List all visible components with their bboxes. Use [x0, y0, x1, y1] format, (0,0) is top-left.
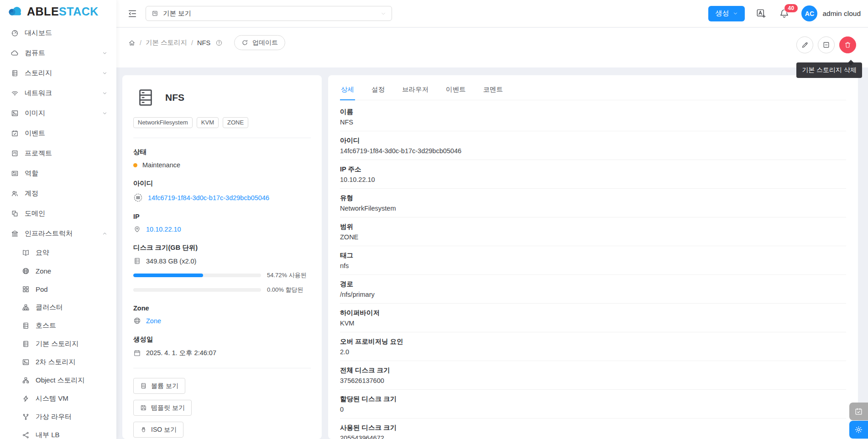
sidebar-item-zone[interactable]: Zone	[0, 262, 116, 280]
chevron-down-icon	[733, 11, 738, 16]
globe-icon	[22, 267, 30, 275]
zone-link[interactable]: Zone	[146, 317, 161, 325]
sidebar-item-virtual-router[interactable]: 가상 라우터	[0, 408, 116, 426]
sidebar-item-object-storage[interactable]: Object 스토리지	[0, 371, 116, 389]
settings-float-button[interactable]	[849, 421, 868, 439]
detail-row-disk-used: 사용된 디스크 크기 205543964672	[340, 418, 846, 439]
sidebar-item-images[interactable]: 이미지	[0, 103, 116, 123]
user-avatar[interactable]: AC	[801, 5, 817, 21]
resource-summary-card: NFS NetworkFilesystem KVM ZONE 상태 Mainte…	[122, 75, 322, 439]
resource-tags: NetworkFilesystem KVM ZONE	[133, 117, 311, 128]
delete-button[interactable]	[839, 36, 856, 53]
detail-value: 2.0	[340, 347, 846, 356]
detail-row-name: 이름 NFS	[340, 103, 846, 131]
sidebar-item-label: 기본 스토리지	[36, 340, 107, 348]
top-header: 기본 보기 생성 40 AC admin cloud	[116, 0, 868, 27]
globe-icon	[133, 317, 141, 325]
database-icon	[11, 69, 19, 77]
ip-link[interactable]: 10.10.22.10	[146, 226, 181, 233]
sidebar-item-label: 시스템 VM	[36, 394, 107, 403]
zone-label: Zone	[133, 305, 311, 312]
tag-hypervisor: KVM	[197, 117, 219, 128]
sidebar-item-network[interactable]: 네트워크	[0, 83, 116, 103]
refresh-button[interactable]: 업데이트	[234, 35, 285, 50]
resource-title: NFS	[165, 92, 184, 103]
book-icon	[22, 249, 30, 257]
resource-id-link[interactable]: 14fc6719-1f84-3d0c-b17c-3d29bcb05046	[148, 194, 269, 201]
sidebar-item-system-vm[interactable]: 시스템 VM	[0, 389, 116, 408]
breadcrumb-separator: /	[191, 39, 193, 46]
project-view-select[interactable]: 기본 보기	[146, 6, 392, 21]
chevron-down-icon	[381, 11, 386, 16]
dashboard-icon	[11, 29, 19, 37]
detail-row-ip: IP 주소 10.10.22.10	[340, 160, 846, 189]
sidebar-item-host[interactable]: 호스트	[0, 316, 116, 335]
notification-bell-icon[interactable]: 40	[779, 8, 790, 19]
sidebar-item-secondary-storage[interactable]: 2차 스토리지	[0, 353, 116, 371]
sidebar-item-storage[interactable]: 스토리지	[0, 63, 116, 83]
refresh-button-label: 업데이트	[252, 39, 278, 47]
brand-logo[interactable]: ABLESTACK	[0, 0, 116, 23]
idcard-icon	[11, 170, 19, 177]
sidebar-item-internal-lb[interactable]: 내부 LB	[0, 426, 116, 439]
floating-buttons	[849, 403, 868, 439]
create-button[interactable]: 생성	[708, 6, 745, 21]
event-log-float-button[interactable]	[849, 403, 868, 420]
sidebar-item-events[interactable]: 이벤트	[0, 123, 116, 143]
view-volumes-button[interactable]: 볼륨 보기	[133, 378, 185, 394]
pencil-icon	[801, 41, 809, 49]
sidebar-item-infrastructure[interactable]: 인프라스트럭처	[0, 223, 116, 243]
delete-tooltip: 기본 스토리지 삭제	[796, 62, 862, 78]
edit-button[interactable]	[796, 36, 813, 53]
sidebar-item-label: 도메인	[25, 209, 107, 218]
menu-fold-icon[interactable]	[127, 9, 137, 19]
barcode-icon	[133, 193, 143, 202]
disk-used-label: 54.72% 사용된	[267, 271, 311, 279]
picture-icon	[22, 358, 30, 366]
trash-icon	[844, 41, 852, 49]
reload-icon	[241, 39, 248, 46]
breadcrumb-current: NFS	[197, 39, 210, 46]
detail-row-disk-allocated: 할당된 디스크 크기 0	[340, 390, 846, 418]
sidebar-item-label: 스토리지	[25, 69, 96, 77]
id-section: 아이디 14fc6719-1f84-3d0c-b17c-3d29bcb05046	[133, 179, 311, 202]
tab-events[interactable]: 이벤트	[445, 79, 467, 100]
sidebar-item-summary[interactable]: 요약	[0, 243, 116, 262]
sidebar-item-domains[interactable]: 도메인	[0, 203, 116, 223]
view-iso-button[interactable]: ISO 보기	[133, 422, 183, 438]
tab-details[interactable]: 상세	[340, 79, 355, 100]
sidebar-item-dashboard[interactable]: 대시보드	[0, 23, 116, 43]
detail-label: 오버 프로비저닝 요인	[340, 337, 846, 346]
help-question-icon[interactable]	[215, 39, 223, 46]
translate-icon[interactable]	[756, 8, 766, 19]
detail-value: nfs	[340, 261, 846, 270]
bank-icon	[11, 230, 19, 238]
picture-icon	[11, 109, 19, 117]
view-templates-button[interactable]: 템플릿 보기	[133, 400, 192, 416]
sidebar-item-cluster[interactable]: 클러스터	[0, 298, 116, 316]
sidebar-item-pod[interactable]: Pod	[0, 280, 116, 298]
sidebar-item-roles[interactable]: 역할	[0, 163, 116, 183]
sidebar-item-label: 요약	[36, 248, 107, 257]
sidebar-item-primary-storage[interactable]: 기본 스토리지	[0, 335, 116, 353]
tab-comments[interactable]: 코멘트	[482, 79, 504, 100]
detail-label: 태그	[340, 251, 846, 260]
tab-browser[interactable]: 브라우저	[401, 79, 429, 100]
tab-settings[interactable]: 설정	[371, 79, 386, 100]
resource-header: NFS	[135, 87, 311, 108]
sidebar-item-projects[interactable]: 프로젝트	[0, 143, 116, 163]
username[interactable]: admin cloud	[822, 10, 861, 18]
project-view-value: 기본 보기	[163, 9, 376, 18]
home-icon[interactable]	[128, 39, 136, 46]
detail-label: 아이디	[340, 136, 846, 145]
event-log-icon	[854, 407, 863, 416]
breadcrumb-separator: /	[140, 39, 141, 46]
detail-row-type: 유형 NetworkFilesystem	[340, 189, 846, 217]
sidebar-item-compute[interactable]: 컴퓨트	[0, 43, 116, 63]
breadcrumb-primary-storage[interactable]: 기본 스토리지	[146, 38, 187, 47]
disk-used-progress: 54.72% 사용된	[133, 271, 311, 279]
detail-row-disk-total: 전체 디스크 크기 375626137600	[340, 361, 846, 390]
maintenance-button[interactable]	[818, 36, 835, 53]
sidebar-item-accounts[interactable]: 계정	[0, 183, 116, 203]
fork-icon	[22, 413, 30, 421]
